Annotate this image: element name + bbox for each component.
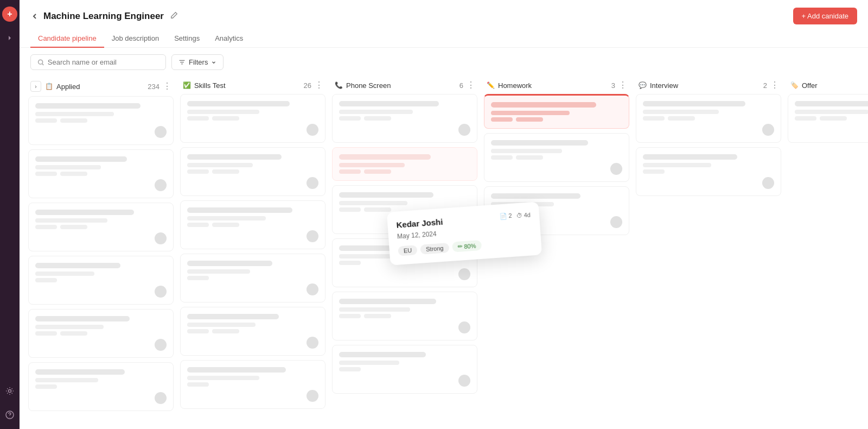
filter-icon (178, 59, 186, 66)
tab-job-description[interactable]: Job description (104, 30, 167, 48)
col-menu-interview[interactable]: ⋮ (770, 81, 779, 90)
card[interactable] (180, 254, 326, 302)
tooltip-days: 4d (524, 211, 531, 218)
svg-point-2 (39, 60, 43, 64)
tab-analytics[interactable]: Analytics (207, 30, 251, 48)
column-interview: 💬 Interview 2 ⋮ (633, 77, 784, 418)
card[interactable] (636, 147, 781, 196)
sidebar-logo[interactable]: + (2, 7, 17, 22)
column-offer: 🏷️ Offer ⋮ (784, 77, 868, 418)
chevron-down-icon (211, 60, 216, 65)
back-button[interactable] (30, 12, 39, 21)
col-title-skills: Skills Test (194, 81, 301, 90)
collapse-button-applied[interactable]: › (30, 81, 41, 92)
card[interactable] (180, 360, 326, 409)
search-box[interactable] (30, 54, 166, 70)
card[interactable] (484, 133, 629, 182)
tooltip-files: 2 (508, 212, 512, 219)
col-menu-applied[interactable]: ⋮ (163, 82, 171, 91)
card[interactable] (636, 94, 781, 143)
header: Machine Learning Engineer + Add canidate… (20, 0, 868, 48)
card[interactable] (180, 147, 326, 196)
card[interactable] (28, 256, 174, 305)
card[interactable] (28, 96, 174, 145)
cards-applied (28, 96, 174, 411)
search-input[interactable] (48, 58, 159, 66)
card[interactable] (180, 200, 326, 249)
column-applied: › 📋 Applied 234 ⋮ (25, 77, 177, 418)
tab-candidate-pipeline[interactable]: Candidate pipeline (30, 30, 104, 48)
col-count-phone: 6 (459, 81, 463, 90)
tooltip-meta: 📄 2 ⏱ 4d (499, 211, 531, 220)
col-count-interview: 2 (763, 81, 767, 90)
tab-bar: Candidate pipeline Job description Setti… (30, 30, 857, 47)
filter-button[interactable]: Filters (171, 54, 224, 70)
add-candidate-button[interactable]: + Add canidate (793, 8, 857, 24)
main-content: Machine Learning Engineer + Add canidate… (20, 0, 868, 429)
kanban-board: › 📋 Applied 234 ⋮ (20, 77, 868, 429)
filter-label: Filters (189, 58, 208, 66)
card[interactable] (180, 94, 326, 143)
col-menu-skills[interactable]: ⋮ (315, 81, 323, 90)
candidate-tooltip: Kedar Joshi May 12, 2024 📄 2 ⏱ 4d EU Str… (387, 201, 542, 265)
cards-offer (788, 94, 868, 143)
icon-interview: 💬 (638, 81, 647, 90)
toolbar: Filters (20, 48, 868, 77)
col-count-skills: 26 (304, 81, 311, 90)
icon-applied: 📋 (44, 82, 53, 91)
settings-icon[interactable] (2, 383, 17, 399)
card-highlighted[interactable] (484, 94, 629, 129)
page-title: Machine Learning Engineer (43, 11, 164, 22)
svg-point-0 (9, 390, 11, 393)
tooltip-score: ✏ 80% (452, 240, 482, 253)
card[interactable] (332, 94, 477, 143)
card[interactable] (332, 345, 477, 394)
icon-phone: 📞 (334, 81, 343, 90)
sidebar: + (0, 0, 20, 429)
col-title-interview: Interview (650, 81, 760, 90)
card-highlighted-phone[interactable] (332, 147, 477, 181)
search-icon (37, 59, 44, 66)
column-skills: ✅ Skills Test 26 ⋮ (177, 77, 329, 418)
help-icon[interactable] (2, 407, 17, 422)
tab-settings[interactable]: Settings (167, 30, 207, 48)
expand-icon[interactable] (2, 30, 17, 46)
icon-offer: 🏷️ (790, 81, 799, 90)
cards-interview (636, 94, 781, 196)
col-title-offer: Offer (802, 81, 868, 90)
card[interactable] (28, 309, 174, 358)
edit-icon[interactable] (170, 11, 178, 21)
cards-skills (180, 94, 326, 409)
icon-homework: ✏️ (486, 81, 495, 90)
tooltip-tag-strong: Strong (420, 243, 449, 255)
card[interactable] (28, 203, 174, 251)
col-count-applied: 234 (148, 83, 159, 91)
card[interactable] (788, 94, 868, 143)
col-title-applied: Applied (56, 83, 144, 91)
card[interactable] (332, 292, 477, 340)
col-menu-phone[interactable]: ⋮ (467, 81, 475, 90)
col-menu-homework[interactable]: ⋮ (618, 81, 627, 90)
col-title-phone: Phone Screen (346, 81, 456, 90)
col-title-homework: Homework (498, 81, 608, 90)
icon-skills: ✅ (182, 81, 191, 90)
tooltip-name: Kedar Joshi (396, 217, 443, 230)
tooltip-tag-eu: EU (398, 245, 417, 256)
col-count-homework: 3 (611, 81, 615, 90)
card[interactable] (28, 362, 174, 411)
card[interactable] (28, 149, 174, 198)
tooltip-date: May 12, 2024 (397, 230, 444, 241)
card[interactable] (180, 307, 326, 356)
